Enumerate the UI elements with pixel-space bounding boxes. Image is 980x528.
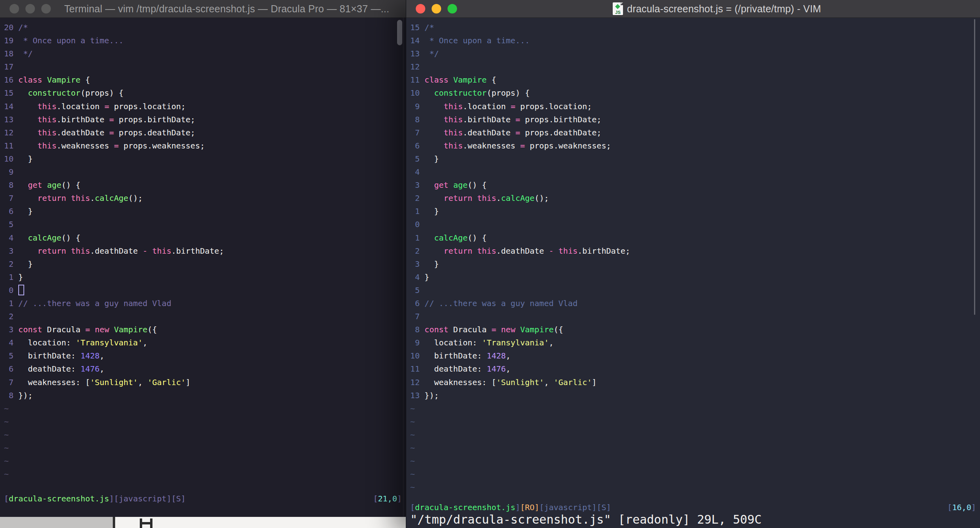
empty-line-tilde: ~ — [410, 402, 980, 415]
line-number: 10 — [410, 87, 420, 100]
line-number: 10 — [410, 349, 420, 362]
scrollbar-thumb[interactable] — [397, 20, 402, 45]
code-line: 8 get age() { — [4, 179, 406, 192]
macvim-titlebar[interactable]: JS dracula-screenshot.js = (/private/tmp… — [406, 0, 980, 18]
code-line: 3 return this.deathDate - this.birthDate… — [4, 245, 406, 258]
line-number: 11 — [410, 73, 420, 87]
empty-line-tilde: ~ — [4, 402, 406, 415]
line-number: 6 — [4, 205, 14, 218]
line-number: 7 — [410, 126, 420, 139]
vim-buffer-left[interactable]: 20 /*19 * Once upon a time...18 */17 16 … — [0, 17, 406, 517]
line-number: 13 — [410, 47, 420, 60]
line-number: 7 — [410, 310, 420, 323]
close-button[interactable] — [10, 4, 19, 13]
line-number: 2 — [410, 245, 420, 258]
close-button[interactable] — [416, 4, 425, 13]
code-line: 5 } — [410, 152, 980, 166]
line-number: 16 — [4, 73, 14, 87]
line-number: 2 — [410, 192, 420, 205]
empty-line-tilde: ~ — [410, 468, 980, 481]
line-number: 5 — [4, 218, 14, 231]
background-page-divider — [113, 516, 115, 528]
js-file-icon: JS — [613, 2, 623, 15]
line-number: 12 — [410, 376, 420, 389]
line-number: 11 — [4, 139, 14, 152]
empty-line-tilde: ~ — [4, 415, 406, 428]
code-line: 1 } — [4, 271, 406, 284]
scrollbar-thumb[interactable] — [974, 19, 975, 315]
code-line: 11 deathDate: 1476, — [410, 362, 980, 376]
statusline-file-info: [dracula-screenshot.js][javascript][S] — [4, 492, 186, 505]
line-number: 9 — [4, 166, 14, 179]
code-line: 0 — [410, 218, 980, 231]
line-number: 1 — [4, 271, 14, 284]
line-number: 3 — [4, 323, 14, 336]
background-page-text-fragment — [140, 518, 152, 528]
line-number: 20 — [4, 21, 14, 34]
zoom-button[interactable] — [41, 4, 51, 13]
zoom-button[interactable] — [448, 4, 457, 13]
empty-line-tilde: ~ — [410, 441, 980, 455]
code-line: 6 deathDate: 1476, — [4, 362, 406, 376]
line-number: 8 — [4, 179, 14, 192]
code-line: 4 } — [410, 271, 980, 284]
code-line: 2 return this.deathDate - this.birthDate… — [410, 245, 980, 258]
line-number: 17 — [4, 60, 14, 73]
terminal-window-title: Terminal — vim /tmp/dracula-screenshot.j… — [64, 3, 390, 15]
line-number: 12 — [4, 126, 14, 139]
line-number: 8 — [410, 113, 420, 126]
code-line: 13 */ — [410, 47, 980, 60]
code-line: 5 — [4, 218, 406, 231]
line-number: 1 — [410, 205, 420, 218]
code-line: 3 } — [410, 258, 980, 271]
code-line: 18 */ — [4, 47, 406, 60]
line-number: 10 — [4, 152, 14, 166]
line-number: 9 — [410, 100, 420, 113]
line-number: 15 — [4, 87, 14, 100]
code-line: 12 weaknesses: ['Sunlight', 'Garlic'] — [410, 376, 980, 389]
code-line: 16 class Vampire { — [4, 73, 406, 87]
macvim-window: JS dracula-screenshot.js = (/private/tmp… — [406, 0, 980, 528]
code-line: 9 — [4, 166, 406, 179]
empty-line-tilde: ~ — [4, 455, 406, 468]
code-line: 9 this.location = props.location; — [410, 100, 980, 113]
line-number: 14 — [4, 100, 14, 113]
line-number: 5 — [410, 284, 420, 297]
empty-line-tilde: ~ — [410, 481, 980, 494]
line-number: 8 — [4, 389, 14, 402]
code-line: 14 * Once upon a time... — [410, 34, 980, 47]
code-line: 4 location: 'Transylvania', — [4, 336, 406, 349]
line-number: 1 — [4, 297, 14, 310]
code-line: 1 calcAge() { — [410, 231, 980, 245]
line-number: 1 — [410, 231, 420, 245]
empty-line-tilde: ~ — [4, 428, 406, 441]
scrollbar-track[interactable] — [403, 17, 403, 517]
minimize-button[interactable] — [432, 4, 441, 13]
code-line: 20 /* — [4, 21, 406, 34]
minimize-button[interactable] — [25, 4, 35, 13]
line-number: 4 — [4, 231, 14, 245]
line-number: 11 — [410, 362, 420, 376]
code-line: 3 get age() { — [410, 179, 980, 192]
code-line: 13 this.birthDate = props.birthDate; — [4, 113, 406, 126]
line-number: 5 — [410, 152, 420, 166]
code-line: 2 } — [4, 258, 406, 271]
statusline-cursor-position: [21,0] — [373, 492, 402, 505]
empty-line-tilde: ~ — [4, 468, 406, 481]
code-line: 7 weaknesses: ['Sunlight', 'Garlic'] — [4, 376, 406, 389]
code-line: 12 this.deathDate = props.deathDate; — [4, 126, 406, 139]
empty-line-tilde: ~ — [410, 428, 980, 441]
code-line: 7 — [410, 310, 980, 323]
js-file-icon-label: JS — [613, 10, 623, 15]
code-line: 1 } — [410, 205, 980, 218]
terminal-titlebar[interactable]: Terminal — vim /tmp/dracula-screenshot.j… — [0, 0, 406, 18]
code-line: 5 birthDate: 1428, — [4, 349, 406, 362]
code-line: 15 /* — [410, 21, 980, 34]
code-line: 15 constructor(props) { — [4, 87, 406, 100]
vim-statusline-left: [dracula-screenshot.js][javascript][S] [… — [4, 492, 402, 505]
empty-line-tilde: ~ — [410, 415, 980, 428]
vim-command-line: "/tmp/dracula-screenshot.js" [readonly] … — [410, 513, 976, 526]
vim-buffer-right[interactable]: 15 /*14 * Once upon a time...13 */12 11 … — [406, 17, 980, 528]
line-number: 12 — [410, 60, 420, 73]
code-line: 3 const Dracula = new Vampire({ — [4, 323, 406, 336]
